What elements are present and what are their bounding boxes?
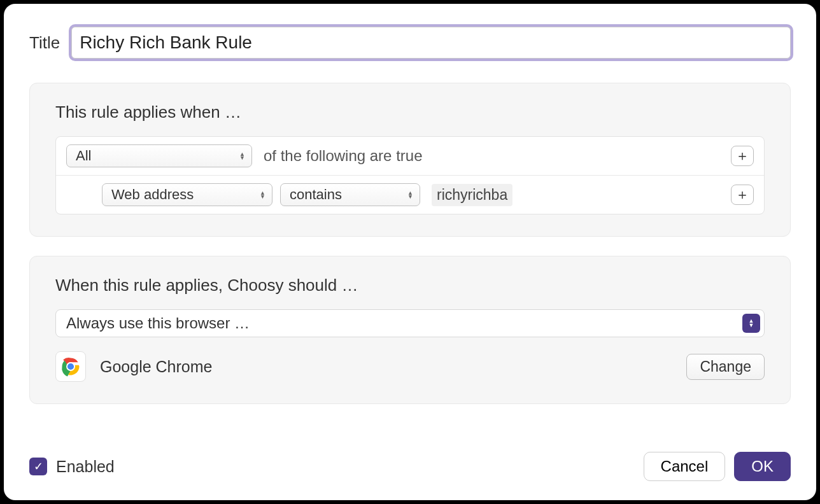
condition-field-value: Web address	[111, 186, 194, 203]
action-heading: When this rule applies, Choosy should …	[55, 276, 765, 295]
browser-name: Google Chrome	[100, 358, 212, 376]
conditions-box: All ▲▼ of the following are true ＋ Web a…	[55, 136, 765, 214]
plus-icon: ＋	[735, 185, 749, 204]
chevron-updown-icon: ▲▼	[239, 152, 245, 160]
add-condition-button[interactable]: ＋	[731, 185, 754, 205]
change-browser-button[interactable]: Change	[686, 354, 765, 380]
cancel-button[interactable]: Cancel	[644, 452, 726, 481]
quantifier-row: All ▲▼ of the following are true ＋	[56, 137, 764, 175]
condition-field-select[interactable]: Web address ▲▼	[102, 183, 272, 206]
action-select[interactable]: Always use this browser … ▲▼	[55, 309, 765, 337]
chevron-updown-icon: ▲▼	[260, 191, 265, 199]
enabled-checkbox[interactable]: ✓	[29, 458, 47, 475]
action-value: Always use this browser …	[66, 314, 250, 332]
condition-value-input[interactable]: richyrichba	[432, 184, 512, 206]
condition-row: Web address ▲▼ contains ▲▼ richyrichba ＋	[56, 175, 764, 214]
quantifier-suffix: of the following are true	[264, 147, 422, 165]
quantifier-value: All	[76, 148, 91, 164]
conditions-panel: This rule applies when … All ▲▼ of the f…	[29, 83, 791, 237]
quantifier-select[interactable]: All ▲▼	[66, 144, 252, 167]
enabled-label: Enabled	[56, 458, 115, 476]
conditions-heading: This rule applies when …	[55, 102, 765, 122]
title-row: Title	[29, 27, 791, 59]
action-panel: When this rule applies, Choosy should … …	[29, 256, 791, 404]
plus-icon: ＋	[735, 146, 749, 165]
title-input[interactable]	[71, 27, 791, 59]
chevron-updown-icon: ▲▼	[742, 314, 760, 333]
title-label: Title	[29, 33, 60, 53]
condition-operator-select[interactable]: contains ▲▼	[280, 183, 420, 206]
condition-operator-value: contains	[290, 186, 342, 203]
add-group-button[interactable]: ＋	[731, 146, 754, 166]
chrome-icon	[55, 351, 86, 382]
rule-editor-window: Title This rule applies when … All ▲▼ of…	[4, 4, 816, 500]
chevron-updown-icon: ▲▼	[407, 191, 413, 199]
checkmark-icon: ✓	[34, 459, 43, 473]
browser-row: Google Chrome Change	[55, 351, 765, 382]
footer: ✓ Enabled Cancel OK	[29, 439, 791, 481]
ok-button[interactable]: OK	[734, 452, 791, 481]
